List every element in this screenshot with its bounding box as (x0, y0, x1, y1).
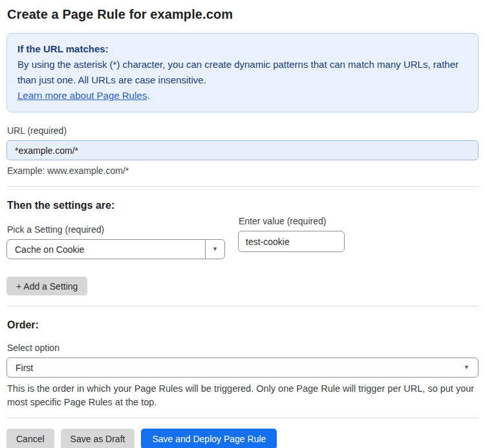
page-title: Create a Page Rule for example.com (7, 7, 479, 22)
info-box-heading: If the URL matches: (17, 41, 468, 57)
add-setting-button[interactable]: + Add a Setting (6, 277, 87, 295)
setting-select-value: Cache on Cookie (7, 240, 205, 259)
setting-row: Pick a Setting (required) Cache on Cooki… (6, 211, 479, 259)
order-select-value: First (16, 363, 464, 373)
url-example-text: Example: www.example.com/* (7, 165, 479, 176)
setting-select[interactable]: Cache on Cookie ▼ (6, 239, 225, 259)
save-and-deploy-button[interactable]: Save and Deploy Page Rule (141, 429, 277, 448)
divider (6, 306, 479, 306)
divider (6, 186, 479, 187)
info-box-body: By using the asterisk (*) character, you… (17, 57, 468, 88)
settings-section-heading: Then the settings are: (7, 200, 479, 211)
link-suffix-period: . (147, 90, 149, 101)
setting-select-column: Pick a Setting (required) Cache on Cooki… (6, 211, 225, 259)
divider (6, 418, 479, 418)
setting-value-column: Enter value (required) (238, 216, 345, 252)
order-select-label: Select option (7, 343, 479, 353)
create-page-rule-form: Create a Page Rule for example.com If th… (0, 0, 485, 448)
chevron-down-icon: ▼ (464, 365, 469, 370)
learn-more-link[interactable]: Learn more about Page Rules (17, 90, 147, 101)
order-section-heading: Order: (7, 319, 479, 331)
url-match-info-box: If the URL matches: By using the asteris… (6, 33, 479, 112)
order-select[interactable]: First ▼ (6, 357, 479, 378)
chevron-down-icon: ▼ (212, 246, 218, 252)
cancel-button[interactable]: Cancel (6, 429, 54, 448)
url-field-label: URL (required) (7, 125, 479, 136)
info-box-link-line: Learn more about Page Rules. (17, 88, 468, 103)
form-actions: Cancel Save as Draft Save and Deploy Pag… (6, 429, 479, 448)
setting-value-label: Enter value (required) (239, 216, 345, 226)
setting-select-label: Pick a Setting (required) (7, 224, 225, 235)
setting-value-input[interactable] (238, 231, 345, 252)
save-as-draft-button[interactable]: Save as Draft (61, 429, 135, 448)
setting-select-arrow-button[interactable]: ▼ (205, 240, 224, 259)
url-input[interactable] (6, 140, 479, 160)
order-help-text: This is the order in which your Page Rul… (7, 382, 479, 409)
